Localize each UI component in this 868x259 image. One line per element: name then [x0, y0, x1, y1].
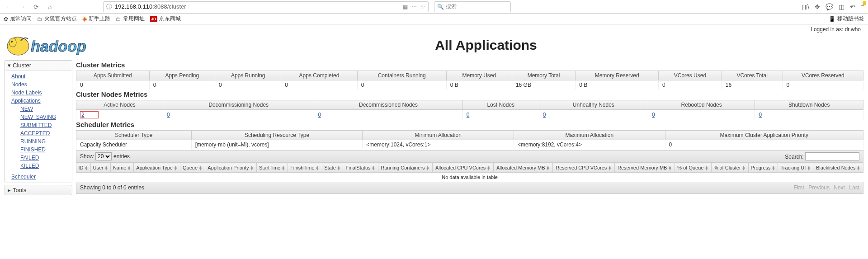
metric-value: 0 B [576, 80, 659, 90]
menu-icon[interactable]: ≡ [861, 3, 864, 10]
sidebar-failed[interactable]: FAILED [20, 154, 72, 162]
metric-value: 0 [149, 80, 215, 90]
metric-link[interactable]: 0 [467, 112, 470, 118]
datatable-info: Showing 0 to 0 of 0 entries [80, 184, 144, 191]
column-header[interactable]: Reserved Memory MB▲▼ [615, 163, 675, 173]
metric-link[interactable]: 0 [652, 112, 655, 118]
column-header: Scheduler Type [76, 131, 192, 140]
column-header[interactable]: % of Cluster▲▼ [711, 163, 748, 173]
pager-next[interactable]: Next [834, 184, 845, 191]
metric-value: 0 [659, 80, 722, 90]
metric-value: 0 [665, 140, 863, 150]
sidebar-new-saving[interactable]: NEW_SAVING [20, 113, 72, 121]
column-header[interactable]: ID▲▼ [76, 163, 91, 173]
column-header[interactable]: Reserved CPU VCores▲▼ [553, 163, 615, 173]
sidebar-scheduler[interactable]: Scheduler [11, 173, 72, 181]
bookmark-mobile[interactable]: 📱移动版书签 [829, 15, 864, 23]
sidebar-finished[interactable]: FINISHED [20, 146, 72, 154]
bookmark-newbie[interactable]: ◉新手上路 [82, 15, 110, 23]
column-header[interactable]: Blacklisted Nodes▲▼ [813, 163, 863, 173]
column-header[interactable]: Application Type▲▼ [133, 163, 180, 173]
metric-link[interactable]: 0 [167, 112, 170, 118]
sidebar-running[interactable]: RUNNING [20, 137, 72, 146]
metric-link[interactable]: 0 [543, 112, 546, 118]
svg-text:hadoop: hadoop [31, 38, 86, 55]
sidebar-applications[interactable]: Applications [11, 97, 72, 105]
svg-point-2 [11, 41, 13, 42]
pager-first[interactable]: First [794, 184, 804, 191]
column-header[interactable]: State▲▼ [322, 163, 343, 173]
sidebar-cluster-header[interactable]: ▾Cluster [5, 61, 72, 70]
folder-icon: 🗀 [37, 16, 42, 22]
back-button[interactable]: ← [4, 1, 14, 12]
scheduler-metrics-table: Scheduler TypeScheduling Resource TypeMi… [76, 130, 863, 149]
cluster-metrics-title: Cluster Metrics [76, 61, 863, 69]
sidebar-submitted[interactable]: SUBMITTED [20, 121, 72, 129]
column-header[interactable]: Allocated CPU VCores▲▼ [433, 163, 494, 173]
sidebar-icon[interactable]: ◫ [839, 3, 844, 10]
column-header[interactable]: FinalStatus▲▼ [343, 163, 378, 173]
column-header[interactable]: Tracking UI▲▼ [778, 163, 813, 173]
bookmark-frequent[interactable]: ✿最常访问 [4, 15, 32, 23]
bookmark-jd[interactable]: JD京东商城 [150, 15, 181, 23]
forward-button[interactable]: → [17, 1, 28, 12]
mobile-icon: 📱 [829, 16, 835, 22]
metric-value: 16 [722, 80, 783, 90]
column-header: Containers Running [357, 71, 446, 80]
column-header[interactable]: Name▲▼ [111, 163, 134, 173]
sidebar-node-labels[interactable]: Node Labels [11, 89, 72, 97]
library-icon[interactable]: ⫿⫿\ [801, 3, 809, 10]
reload-button[interactable]: ⟳ [31, 1, 42, 12]
browser-search-box[interactable]: 🔍 搜索 [434, 1, 511, 12]
column-header[interactable]: Application Priority▲▼ [205, 163, 256, 173]
page-size-select[interactable]: 20 [95, 152, 112, 160]
address-bar[interactable]: ⓘ 192.168.0.110:8088/cluster ▦ ⋯ ☆ [103, 1, 429, 12]
metric-value: 0 [314, 110, 462, 120]
datatable-search-input[interactable] [805, 152, 859, 160]
scheduler-metrics-title: Scheduler Metrics [76, 121, 863, 128]
column-header[interactable]: Progress▲▼ [748, 163, 778, 173]
sidebar-about[interactable]: About [11, 72, 72, 80]
sort-icon: ▲▼ [316, 166, 320, 171]
sort-icon: ▲▼ [668, 166, 672, 171]
site-info-icon[interactable]: ⓘ [106, 3, 112, 11]
pager-last[interactable]: Last [849, 184, 859, 191]
hadoop-logo[interactable]: hadoop [5, 33, 108, 57]
puzzle-icon[interactable]: ✥ [815, 3, 820, 10]
sidebar-nodes[interactable]: Nodes [11, 80, 72, 89]
metric-link[interactable]: 0 [759, 112, 762, 118]
column-header[interactable]: Allocated Memory MB▲▼ [494, 163, 553, 173]
sort-icon: ▲▼ [198, 166, 203, 171]
pager-prev[interactable]: Previous [808, 184, 830, 191]
sidebar-tools-header[interactable]: ▸Tools [5, 185, 72, 195]
sort-icon: ▲▼ [608, 166, 612, 171]
column-header: Maximum Allocation [514, 131, 665, 140]
sidebar: ▾Cluster About Nodes Node Labels Applica… [5, 60, 72, 197]
metric-link[interactable]: 0 [318, 112, 321, 118]
bookmark-firefox[interactable]: 🗀火狐官方站点 [37, 15, 77, 23]
column-header[interactable]: FinishTime▲▼ [288, 163, 322, 173]
datatable-top: Show 20 entries Search: [76, 150, 863, 163]
column-header[interactable]: Running Containers▲▼ [378, 163, 433, 173]
search-icon: 🔍 [437, 4, 444, 10]
url-text: 192.168.0.110:8088/cluster [115, 3, 186, 10]
sort-icon: ▲▼ [856, 166, 860, 171]
chat-icon[interactable]: 💬 [826, 3, 833, 10]
qr-icon[interactable]: ▦ [403, 4, 408, 10]
column-header[interactable]: StartTime▲▼ [256, 163, 288, 173]
sidebar-accepted[interactable]: ACCEPTED [20, 129, 72, 137]
more-icon[interactable]: ⋯ [411, 4, 417, 10]
column-header: Decommissioned Nodes [314, 100, 462, 110]
home-button[interactable]: ⌂ [44, 1, 55, 12]
column-header[interactable]: User▲▼ [90, 163, 110, 173]
metric-value: 16 GB [512, 80, 575, 90]
metric-link[interactable]: 2 [81, 112, 85, 118]
sidebar-killed[interactable]: KILLED [20, 162, 72, 170]
sidebar-new[interactable]: NEW [20, 105, 72, 113]
bookmark-common[interactable]: 🗀常用网址 [116, 15, 145, 23]
undo-icon[interactable]: ↶ [850, 3, 855, 10]
column-header[interactable]: % of Queue▲▼ [675, 163, 711, 173]
sort-icon: ▲▼ [704, 166, 708, 171]
column-header[interactable]: Queue▲▼ [180, 163, 205, 173]
bookmark-star-icon[interactable]: ☆ [420, 4, 425, 10]
